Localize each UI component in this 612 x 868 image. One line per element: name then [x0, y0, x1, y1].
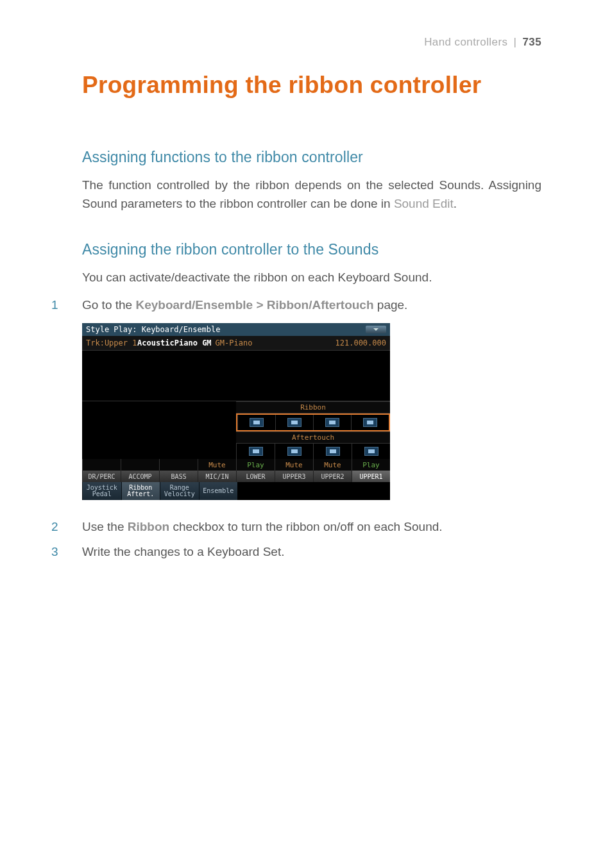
header-section: Hand controllers [424, 36, 507, 48]
text-run: Write the changes to a Keyboard Set. [82, 543, 541, 562]
aftertouch-checkbox-upper2[interactable] [313, 444, 352, 459]
text-run: Use the [82, 520, 128, 533]
header-divider: | [513, 36, 516, 48]
status-mute[interactable]: Mute [313, 459, 352, 471]
bottom-tab-row: Joystick Pedal Ribbon Aftert. Range Velo… [82, 482, 390, 500]
status-mute[interactable]: Mute [198, 459, 236, 471]
status-mute[interactable]: Mute [275, 459, 313, 471]
step-number: 1 [51, 296, 82, 315]
text-run: page. [374, 298, 408, 312]
aftertouch-checkbox-row [236, 444, 390, 459]
track-upper1[interactable]: UPPER1 [352, 471, 390, 482]
ribbon-checkbox-row [236, 413, 390, 431]
window-title: Style Play: Keyboard/Ensemble [86, 325, 221, 334]
track-header-row: DR/PERC ACCOMP BASS MIC/IN LOWER UPPER3 … [82, 471, 390, 482]
tab-ribbon-aftertouch[interactable]: Ribbon Aftert. [121, 482, 160, 500]
track-drperc[interactable]: DR/PERC [82, 471, 121, 482]
tab-range-velocity[interactable]: Range Velocity [160, 482, 199, 500]
step-2: 2 Use the Ribbon checkbox to turn the ri… [51, 518, 541, 537]
text-run: . [454, 197, 457, 210]
tab-joystick-pedal[interactable]: Joystick Pedal [82, 482, 121, 500]
screenshot-body-blank [82, 351, 390, 401]
track-info-bar: Trk:Upper 1 AcousticPiano GM GM-Piano 12… [82, 336, 390, 351]
step-number: 3 [51, 543, 82, 562]
track-bass[interactable]: BASS [159, 471, 198, 482]
status-play[interactable]: Play [352, 459, 390, 471]
ui-path: Keyboard/Ensemble > Ribbon/Aftertouch [135, 298, 373, 312]
link-sound-edit: Sound Edit [394, 197, 454, 210]
text-run: checkbox to turn the ribbon on/off on ea… [169, 520, 442, 533]
ribbon-checkbox-upper2[interactable] [313, 415, 351, 430]
ui-term-ribbon: Ribbon [128, 520, 169, 533]
section-heading-assign-sounds: Assigning the ribbon controller to the S… [82, 241, 541, 258]
ribbon-checkbox-upper3[interactable] [275, 415, 313, 430]
menu-dropdown-icon[interactable] [366, 326, 386, 333]
text-run: Go to the [82, 298, 135, 312]
aftertouch-checkbox-upper3[interactable] [275, 444, 313, 459]
step-1: 1 Go to the Keyboard/Ensemble > Ribbon/A… [51, 296, 541, 315]
track-upper3[interactable]: UPPER3 [275, 471, 313, 482]
track-label: Trk:Upper 1 [86, 338, 137, 347]
text-run: The function controlled by the ribbon de… [82, 178, 541, 210]
window-titlebar: Style Play: Keyboard/Ensemble [82, 323, 390, 336]
track-upper2[interactable]: UPPER2 [313, 471, 352, 482]
track-accomp[interactable]: ACCOMP [121, 471, 159, 482]
sound-number: 121.000.000 [336, 338, 386, 347]
aftertouch-group-label: Aftertouch [236, 431, 390, 444]
track-lower[interactable]: LOWER [236, 471, 275, 482]
step-number: 2 [51, 518, 82, 537]
track-status-row: Mute Play Mute Mute Play [82, 459, 390, 471]
ribbon-group-label: Ribbon [236, 401, 390, 413]
aftertouch-checkbox-upper1[interactable] [352, 444, 390, 459]
sound-family: GM-Piano [216, 338, 336, 347]
aftertouch-checkbox-lower[interactable] [236, 444, 275, 459]
track-micin[interactable]: MIC/IN [198, 471, 236, 482]
paragraph-assign-sounds: You can activate/deactivate the ribbon o… [82, 269, 541, 287]
page-title: Programming the ribbon controller [82, 72, 541, 99]
screenshot-ribbon-aftertouch: Style Play: Keyboard/Ensemble Trk:Upper … [82, 323, 390, 500]
step-3: 3 Write the changes to a Keyboard Set. [51, 543, 541, 562]
status-play[interactable]: Play [236, 459, 275, 471]
ribbon-checkbox-lower[interactable] [237, 415, 275, 430]
paragraph-assign-functions: The function controlled by the ribbon de… [82, 176, 541, 213]
ribbon-checkbox-upper1[interactable] [351, 415, 389, 430]
section-heading-assign-functions: Assigning functions to the ribbon contro… [82, 149, 541, 166]
page-header: Hand controllers | 735 [51, 36, 541, 49]
tab-ensemble[interactable]: Ensemble [199, 482, 238, 500]
page-number: 735 [522, 36, 541, 48]
sound-name: AcousticPiano GM [137, 338, 212, 347]
